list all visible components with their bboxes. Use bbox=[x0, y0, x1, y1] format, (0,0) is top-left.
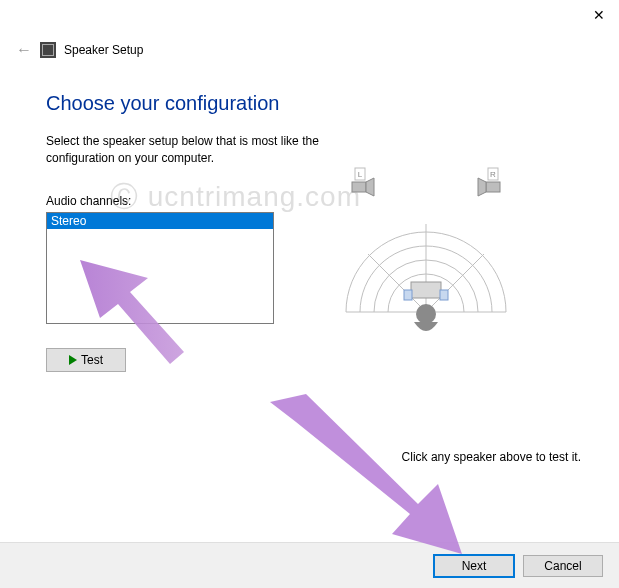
page-description: Select the speaker setup below that is m… bbox=[46, 133, 326, 168]
channels-label: Audio channels: bbox=[46, 194, 276, 208]
annotation-arrow-icon bbox=[260, 392, 480, 562]
svg-marker-15 bbox=[270, 394, 462, 554]
close-icon[interactable]: ✕ bbox=[593, 8, 605, 22]
svg-rect-7 bbox=[440, 290, 448, 300]
speaker-left-label: L bbox=[358, 170, 363, 179]
svg-point-4 bbox=[416, 304, 436, 324]
svg-rect-11 bbox=[486, 182, 500, 192]
svg-marker-12 bbox=[478, 178, 486, 196]
test-button-label: Test bbox=[81, 353, 103, 367]
next-button[interactable]: Next bbox=[433, 554, 515, 578]
svg-rect-6 bbox=[404, 290, 412, 300]
page-heading: Choose your configuration bbox=[46, 92, 579, 115]
audio-channels-listbox[interactable]: Stereo bbox=[46, 212, 274, 324]
back-icon[interactable]: ← bbox=[12, 41, 36, 59]
svg-rect-5 bbox=[411, 282, 441, 298]
test-hint: Click any speaker above to test it. bbox=[402, 450, 581, 464]
play-icon bbox=[69, 355, 77, 365]
speaker-diagram[interactable]: L R bbox=[316, 164, 536, 344]
svg-marker-9 bbox=[366, 178, 374, 196]
header: ← Speaker Setup bbox=[0, 32, 619, 64]
speaker-right-label: R bbox=[490, 170, 496, 179]
window-title: Speaker Setup bbox=[64, 43, 143, 57]
speaker-icon bbox=[40, 42, 56, 58]
footer: Next Cancel bbox=[0, 542, 619, 588]
cancel-button[interactable]: Cancel bbox=[523, 555, 603, 577]
svg-rect-8 bbox=[352, 182, 366, 192]
dialog-window: ✕ ← Speaker Setup Choose your configurat… bbox=[0, 0, 619, 588]
content-area: Choose your configuration Select the spe… bbox=[0, 64, 619, 372]
test-button[interactable]: Test bbox=[46, 348, 126, 372]
list-item[interactable]: Stereo bbox=[47, 213, 273, 229]
titlebar: ✕ bbox=[0, 0, 619, 32]
